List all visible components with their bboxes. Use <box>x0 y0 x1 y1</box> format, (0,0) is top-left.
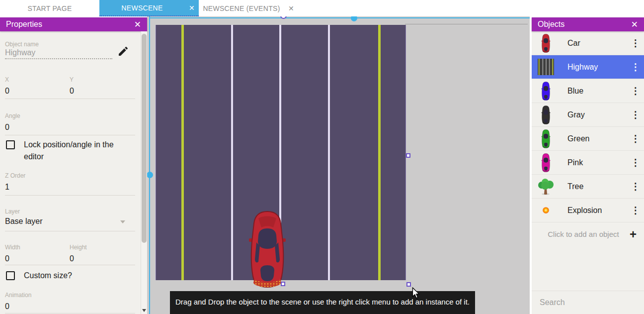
car-instance[interactable] <box>248 210 286 288</box>
animation-label: Animation <box>5 292 31 299</box>
angle-label: Angle <box>5 112 20 119</box>
object-row-blue[interactable]: Blue ⋮ <box>532 79 644 103</box>
layer-select[interactable]: Base layer <box>5 217 43 226</box>
objects-panel-title: Objects <box>538 20 564 29</box>
close-icon[interactable]: ✕ <box>631 20 638 29</box>
object-row-green[interactable]: Green ⋮ <box>532 127 644 151</box>
object-label: Tree <box>567 182 627 191</box>
tab-close-icon[interactable]: ✕ <box>185 4 199 12</box>
properties-scrollbar[interactable] <box>141 31 147 314</box>
rotate-handle[interactable] <box>280 16 287 19</box>
car-icon <box>536 82 556 101</box>
x-input[interactable] <box>5 85 60 97</box>
kebab-menu-icon[interactable]: ⋮ <box>627 157 644 168</box>
resize-handle-corner[interactable] <box>406 282 411 287</box>
object-row-car[interactable]: Car ⋮ <box>532 31 644 55</box>
kebab-menu-icon[interactable]: ⋮ <box>627 61 644 73</box>
canvas-vscrollbar-thumb[interactable] <box>147 172 153 178</box>
canvas-hscrollbar-track[interactable] <box>149 17 530 18</box>
edit-pencil-icon[interactable] <box>117 45 129 57</box>
field-underline <box>5 99 135 99</box>
resize-handle-right[interactable] <box>406 153 410 158</box>
kebab-menu-icon[interactable]: ⋮ <box>627 85 644 97</box>
selection-edge-line <box>405 24 528 24</box>
width-input[interactable] <box>5 253 60 265</box>
object-label: Explosion <box>567 206 627 215</box>
tab-label: NEWSCENE <box>99 4 185 12</box>
object-list: Car ⋮ Highway ⋮ Blue ⋮ Gray ⋮ <box>532 31 644 222</box>
object-label: Gray <box>567 110 627 119</box>
properties-panel-title: Properties <box>6 20 42 29</box>
scene-editor-window: START PAGE NEWSCENE ✕ NEWSCENE (EVENTS) … <box>0 0 644 314</box>
field-underline <box>5 195 135 196</box>
kebab-menu-icon[interactable]: ⋮ <box>627 181 644 192</box>
drag-drop-tooltip: Drag and Drop the object to the scene or… <box>170 291 475 314</box>
car-icon <box>536 105 556 124</box>
scroll-down-icon[interactable] <box>142 309 146 312</box>
objects-panel: Objects ✕ Car ⋮ Highway ⋮ Blue ⋮ <box>532 17 644 314</box>
lock-position-checkbox[interactable] <box>6 140 15 149</box>
car-icon <box>536 34 556 53</box>
custom-size-label: Custom size? <box>24 270 72 282</box>
lock-position-label: Lock position/angle in the editor <box>24 139 118 163</box>
lane-line-white <box>328 25 330 280</box>
custom-size-checkbox[interactable] <box>6 271 15 280</box>
object-label: Highway <box>567 63 627 72</box>
tab-bar: START PAGE NEWSCENE ✕ NEWSCENE (EVENTS) … <box>0 0 644 16</box>
mouse-cursor <box>411 287 420 299</box>
object-name-label: Object name <box>5 41 39 48</box>
object-name-input[interactable] <box>5 47 112 59</box>
object-label: Green <box>567 134 627 143</box>
kebab-menu-icon[interactable]: ⋮ <box>627 109 644 120</box>
properties-panel: Properties ✕ Object name X Y Angle Lock … <box>0 17 147 314</box>
add-object-label: Click to add an object <box>532 230 622 238</box>
object-search <box>532 291 644 314</box>
lane-line-white <box>231 25 233 280</box>
tab-label: NEWSCENE (EVENTS) <box>199 4 284 12</box>
z-order-label: Z Order <box>5 172 25 179</box>
add-object-button[interactable]: Click to add an object + <box>532 222 644 246</box>
animation-input[interactable] <box>5 301 129 313</box>
properties-scrollbar-thumb[interactable] <box>142 34 147 243</box>
kebab-menu-icon[interactable]: ⋮ <box>627 37 644 49</box>
object-row-highway[interactable]: Highway ⋮ <box>532 55 644 79</box>
object-row-pink[interactable]: Pink ⋮ <box>532 151 644 175</box>
object-row-tree[interactable]: Tree ⋮ <box>532 175 644 199</box>
resize-handle-bottom[interactable] <box>281 282 285 286</box>
plus-icon: + <box>622 227 644 241</box>
y-label: Y <box>70 76 74 83</box>
kebab-menu-icon[interactable]: ⋮ <box>627 133 644 144</box>
y-input[interactable] <box>70 85 129 97</box>
close-icon[interactable]: ✕ <box>134 20 141 29</box>
object-label: Pink <box>567 158 627 167</box>
explosion-icon <box>536 207 556 214</box>
tab-newscene-events[interactable]: NEWSCENE (EVENTS) ✕ <box>199 0 298 16</box>
object-row-explosion[interactable]: Explosion ⋮ <box>532 199 644 222</box>
lane-line-yellow <box>181 25 184 280</box>
tab-start-page[interactable]: START PAGE <box>0 0 99 16</box>
height-input[interactable] <box>70 253 129 265</box>
tab-label: START PAGE <box>0 4 99 12</box>
angle-input[interactable] <box>5 121 129 133</box>
lane-line-yellow <box>378 25 381 280</box>
z-order-input[interactable] <box>5 181 129 193</box>
tab-close-icon[interactable]: ✕ <box>284 4 298 12</box>
canvas-vscrollbar-track[interactable] <box>149 16 150 314</box>
car-icon <box>536 129 556 148</box>
field-underline <box>5 265 135 265</box>
kebab-menu-icon[interactable]: ⋮ <box>627 205 644 216</box>
x-label: X <box>5 76 9 83</box>
field-underline <box>5 313 135 314</box>
width-label: Width <box>5 244 20 251</box>
tab-newscene[interactable]: NEWSCENE ✕ <box>99 0 199 16</box>
object-row-gray[interactable]: Gray ⋮ <box>532 103 644 127</box>
object-label: Blue <box>567 87 627 96</box>
tree-icon <box>536 178 556 195</box>
highway-icon <box>536 59 556 75</box>
scene-canvas[interactable]: Drag and Drop the object to the scene or… <box>147 16 530 314</box>
chevron-down-icon[interactable] <box>120 220 125 223</box>
search-input[interactable] <box>539 298 644 308</box>
layer-label: Layer <box>5 208 20 215</box>
field-underline <box>5 135 135 135</box>
canvas-hscrollbar-thumb[interactable] <box>351 16 357 21</box>
